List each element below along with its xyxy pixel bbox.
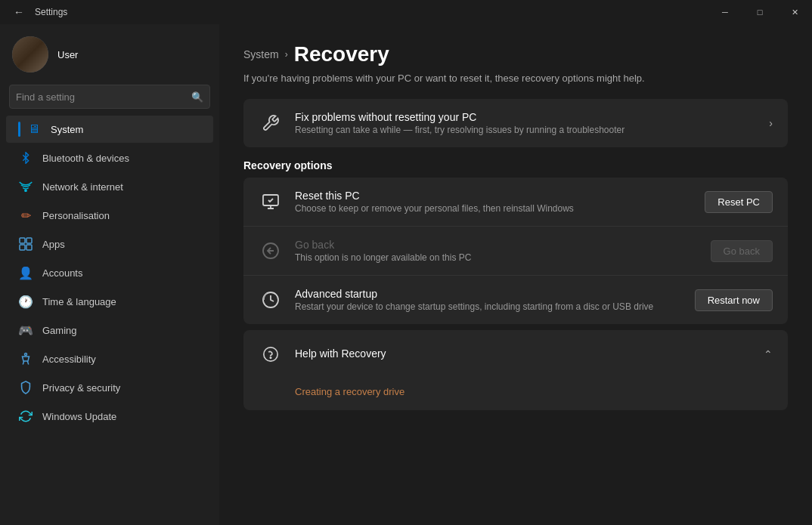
svg-rect-1 <box>20 238 25 243</box>
search-box[interactable]: 🔍 <box>9 85 210 109</box>
profile-name: User <box>57 49 78 60</box>
search-icon: 🔍 <box>191 91 203 103</box>
svg-point-0 <box>25 190 26 191</box>
back-icon[interactable]: ← <box>9 6 29 18</box>
advanced-startup-text: Advanced startup Restart your device to … <box>295 288 683 312</box>
fix-problems-card[interactable]: Fix problems without resetting your PC R… <box>243 99 788 147</box>
svg-point-10 <box>264 347 277 361</box>
search-input[interactable] <box>16 91 187 103</box>
privacy-icon <box>18 380 33 395</box>
title-bar-left: ← Settings <box>9 6 67 18</box>
go-back-title: Go back <box>295 239 699 251</box>
go-back-text: Go back This option is no longer availab… <box>295 239 699 263</box>
reset-pc-button[interactable]: Reset PC <box>705 191 773 213</box>
title-bar-title: Settings <box>35 7 67 17</box>
avatar-image <box>12 36 48 73</box>
svg-rect-3 <box>20 245 25 250</box>
reset-pc-subtitle: Choose to keep or remove your personal f… <box>295 203 693 214</box>
apps-icon <box>18 236 33 252</box>
help-collapse-icon: ⌃ <box>764 348 773 360</box>
help-header[interactable]: Help with Recovery ⌃ <box>243 330 788 378</box>
chevron-right-icon: › <box>769 117 773 129</box>
minimize-button[interactable]: ─ <box>708 0 742 24</box>
go-back-row: Go back This option is no longer availab… <box>243 227 788 276</box>
recovery-options-header: Recovery options <box>243 159 788 171</box>
restart-now-button[interactable]: Restart now <box>695 289 773 311</box>
recovery-drive-link[interactable]: Creating a recovery drive <box>295 386 404 397</box>
bluetooth-icon <box>18 150 33 165</box>
main-content: System › Recovery If you're having probl… <box>219 24 812 525</box>
svg-point-11 <box>270 357 271 358</box>
help-header-left: Help with Recovery <box>259 342 386 366</box>
advanced-startup-icon <box>259 288 283 312</box>
sidebar-item-label: Apps <box>42 239 65 250</box>
sidebar-item-apps[interactable]: Apps <box>6 230 213 258</box>
sidebar-item-label: Time & language <box>42 296 116 307</box>
sidebar-item-label: Accounts <box>42 267 82 279</box>
sidebar-item-personalisation[interactable]: ✏ Personalisation <box>6 202 213 229</box>
breadcrumb-separator: › <box>285 49 288 60</box>
sidebar-profile: User <box>0 24 219 82</box>
sidebar-item-network[interactable]: Network & internet <box>6 173 213 200</box>
time-icon: 🕐 <box>18 294 33 309</box>
system-icon: 🖥 <box>26 122 42 137</box>
help-card: Help with Recovery ⌃ Creating a recovery… <box>243 330 788 410</box>
page-description: If you're having problems with your PC o… <box>243 73 788 84</box>
accounts-icon: 👤 <box>18 265 33 280</box>
advanced-startup-subtitle: Restart your device to change startup se… <box>295 301 683 312</box>
fix-problems-title: Fix problems without resetting your PC <box>295 111 757 123</box>
sidebar: User 🔍 🖥 System Bluetooth & devices <box>0 24 219 525</box>
wrench-icon <box>259 111 283 135</box>
sidebar-item-label: Privacy & security <box>42 382 120 394</box>
sidebar-item-accessibility[interactable]: Accessibility <box>6 345 213 372</box>
svg-rect-4 <box>26 245 32 250</box>
personalisation-icon: ✏ <box>18 208 33 223</box>
sidebar-item-time[interactable]: 🕐 Time & language <box>6 288 213 315</box>
gaming-icon: 🎮 <box>18 323 33 338</box>
advanced-startup-title: Advanced startup <box>295 288 683 300</box>
sidebar-item-label: System <box>51 124 83 135</box>
go-back-subtitle: This option is no longer available on th… <box>295 252 699 263</box>
help-title: Help with Recovery <box>295 347 386 360</box>
recovery-options-card: Reset this PC Choose to keep or remove y… <box>243 178 788 324</box>
svg-point-5 <box>25 354 27 356</box>
breadcrumb: System › Recovery <box>243 42 788 66</box>
breadcrumb-current: Recovery <box>294 42 389 66</box>
active-indicator <box>18 122 20 137</box>
sidebar-item-bluetooth[interactable]: Bluetooth & devices <box>6 144 213 171</box>
reset-pc-text: Reset this PC Choose to keep or remove y… <box>295 190 693 214</box>
reset-pc-title: Reset this PC <box>295 190 693 202</box>
app-body: User 🔍 🖥 System Bluetooth & devices <box>0 24 812 525</box>
reset-icon <box>259 190 283 214</box>
sidebar-item-update[interactable]: Windows Update <box>6 403 213 430</box>
sidebar-item-privacy[interactable]: Privacy & security <box>6 374 213 401</box>
title-bar-controls: ─ □ ✕ <box>708 0 812 24</box>
fix-problems-row[interactable]: Fix problems without resetting your PC R… <box>243 99 788 147</box>
close-button[interactable]: ✕ <box>777 0 812 24</box>
network-icon <box>18 179 33 194</box>
advanced-startup-row: Advanced startup Restart your device to … <box>243 276 788 324</box>
sidebar-item-label: Accessibility <box>42 354 96 365</box>
svg-rect-2 <box>26 238 32 243</box>
go-back-icon <box>259 239 283 263</box>
reset-pc-row: Reset this PC Choose to keep or remove y… <box>243 178 788 227</box>
sidebar-item-label: Windows Update <box>42 411 116 422</box>
help-content: Creating a recovery drive <box>243 378 788 410</box>
avatar <box>12 36 48 73</box>
fix-problems-text: Fix problems without resetting your PC R… <box>295 111 757 135</box>
sidebar-item-label: Bluetooth & devices <box>42 153 129 164</box>
sidebar-item-accounts[interactable]: 👤 Accounts <box>6 259 213 286</box>
help-icon <box>259 342 283 366</box>
breadcrumb-parent[interactable]: System <box>243 48 279 60</box>
sidebar-item-gaming[interactable]: 🎮 Gaming <box>6 317 213 344</box>
sidebar-item-label: Gaming <box>42 325 77 336</box>
maximize-button[interactable]: □ <box>742 0 777 24</box>
title-bar: ← Settings ─ □ ✕ <box>0 0 812 24</box>
fix-problems-subtitle: Resetting can take a while — first, try … <box>295 125 757 135</box>
sidebar-item-label: Personalisation <box>42 210 110 221</box>
go-back-button[interactable]: Go back <box>711 240 773 262</box>
update-icon <box>18 409 33 424</box>
sidebar-item-system[interactable]: 🖥 System <box>6 116 213 143</box>
sidebar-item-label: Network & internet <box>42 181 123 193</box>
accessibility-icon <box>18 351 33 366</box>
